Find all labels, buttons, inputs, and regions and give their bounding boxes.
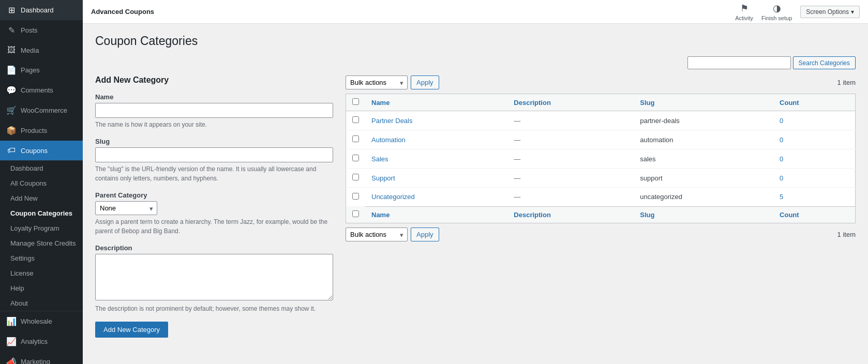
row-count-link-3[interactable]: 0 (780, 174, 783, 182)
footer-description-col[interactable]: Description (507, 206, 634, 223)
header-name-col[interactable]: Name (365, 94, 507, 111)
sidebar-item-label: Comments (21, 86, 53, 94)
select-all-footer-checkbox[interactable] (352, 210, 359, 217)
row-checkbox-cell (346, 111, 366, 130)
apply-bottom-button[interactable]: Apply (411, 228, 439, 241)
sidebar-item-manage-store-credits[interactable]: Manage Store Credits (0, 236, 83, 251)
row-name-link-0[interactable]: Partner Deals (371, 117, 412, 125)
sidebar-item-settings[interactable]: Settings (0, 251, 83, 266)
table-header-row: Name Description Slug Count (346, 94, 856, 111)
row-slug-cell: uncategorized (634, 188, 773, 207)
slug-field-group: Slug The "slug" is the URL-friendly vers… (95, 138, 333, 183)
parent-category-select[interactable]: None (95, 201, 157, 215)
item-count-top: 1 item (837, 79, 856, 86)
main-area: Advanced Coupons ⚑ Activity ◑ Finish set… (83, 0, 868, 364)
row-name-link-3[interactable]: Support (371, 174, 395, 182)
row-slug-value-2: sales (640, 155, 655, 163)
row-count-link-1[interactable]: 0 (780, 136, 783, 144)
header-description-col[interactable]: Description (507, 94, 634, 111)
footer-slug-col[interactable]: Slug (634, 206, 773, 223)
header-count-col[interactable]: Count (773, 94, 855, 111)
row-name-cell: Sales (365, 149, 507, 169)
row-name-link-1[interactable]: Automation (371, 136, 406, 144)
row-description-cell: — (507, 111, 634, 130)
posts-icon: ✎ (6, 25, 17, 35)
row-checkbox-4[interactable] (352, 193, 359, 200)
footer-checkbox-col (346, 206, 366, 223)
row-count-link-4[interactable]: 5 (780, 193, 783, 201)
name-field-group: Name The name is how it appears on your … (95, 93, 333, 129)
sidebar-item-dashboard[interactable]: ⊞ Dashboard (0, 0, 83, 20)
sidebar-item-analytics[interactable]: 📈 Analytics (0, 331, 83, 352)
row-checkbox-2[interactable] (352, 155, 359, 161)
sidebar-item-pages[interactable]: 📄 Pages (0, 60, 83, 80)
row-name-link-4[interactable]: Uncategorized (371, 193, 415, 201)
sidebar-item-products[interactable]: 📦 Products (0, 120, 83, 141)
sidebar-item-wholesale[interactable]: 📊 Wholesale (0, 311, 83, 331)
finish-setup-label: Finish setup (761, 15, 792, 21)
row-name-cell: Partner Deals (365, 111, 507, 130)
sidebar-item-media[interactable]: 🖼 Media (0, 40, 83, 60)
footer-name-col[interactable]: Name (365, 206, 507, 223)
sidebar-bottom-items: 📊 Wholesale 📈 Analytics 📣 Marketing (0, 311, 83, 364)
sidebar-item-all-coupons[interactable]: All Coupons (0, 176, 83, 191)
sidebar-item-woocommerce[interactable]: 🛒 WooCommerce (0, 100, 83, 120)
description-textarea[interactable] (95, 254, 333, 300)
sidebar-item-coupons[interactable]: 🏷 Coupons (0, 141, 83, 160)
search-categories-input[interactable] (687, 56, 791, 69)
bulk-actions-top-select[interactable]: Bulk actions (346, 75, 408, 89)
row-description-cell: — (507, 130, 634, 149)
sidebar-item-about[interactable]: About (0, 296, 83, 311)
sidebar-item-marketing[interactable]: 📣 Marketing (0, 352, 83, 364)
row-count-cell: 0 (773, 169, 855, 188)
sidebar-item-sub-dashboard[interactable]: Dashboard (0, 161, 83, 176)
row-name-cell: Automation (365, 130, 507, 149)
slug-hint: The "slug" is the URL-friendly version o… (95, 164, 333, 183)
name-input[interactable] (95, 103, 333, 118)
sidebar-item-add-new[interactable]: Add New (0, 191, 83, 206)
name-hint: The name is how it appears on your site. (95, 120, 333, 129)
row-count-link-2[interactable]: 0 (780, 155, 783, 163)
select-all-checkbox[interactable] (352, 98, 359, 105)
activity-label: Activity (735, 15, 753, 21)
sidebar-item-posts[interactable]: ✎ Posts (0, 20, 83, 40)
slug-label: Slug (95, 138, 333, 145)
row-name-cell: Uncategorized (365, 188, 507, 207)
woocommerce-icon: 🛒 (6, 105, 17, 115)
sidebar-item-loyalty-program[interactable]: Loyalty Program (0, 221, 83, 236)
add-new-category-button[interactable]: Add New Category (95, 322, 168, 338)
row-checkbox-0[interactable] (352, 116, 359, 123)
sidebar-item-comments[interactable]: 💬 Comments (0, 80, 83, 100)
search-categories-button[interactable]: Search Categories (793, 56, 856, 69)
sidebar-item-coupon-categories[interactable]: Coupon Categories (0, 206, 83, 221)
bulk-actions-bottom-select[interactable]: Bulk actions (346, 228, 408, 241)
coupons-icon: 🏷 (6, 146, 17, 155)
slug-input[interactable] (95, 147, 333, 162)
add-category-panel: Add New Category Name The name is how it… (95, 75, 333, 338)
sidebar-item-help[interactable]: Help (0, 281, 83, 296)
row-checkbox-3[interactable] (352, 174, 359, 180)
row-count-cell: 0 (773, 130, 855, 149)
main-layout: Add New Category Name The name is how it… (95, 75, 856, 338)
add-category-title: Add New Category (95, 75, 333, 85)
row-name-link-2[interactable]: Sales (371, 155, 388, 163)
wholesale-icon: 📊 (6, 316, 17, 326)
sidebar-item-license[interactable]: License (0, 266, 83, 281)
row-slug-cell: sales (634, 149, 773, 169)
finish-setup-button[interactable]: ◑ Finish setup (761, 3, 792, 21)
table-panel: Bulk actions ▾ Apply 1 item Nam (346, 75, 856, 246)
footer-count-col[interactable]: Count (773, 206, 855, 223)
row-count-link-0[interactable]: 0 (780, 117, 783, 125)
header-slug-col[interactable]: Slug (634, 94, 773, 111)
screen-options-chevron-icon: ▾ (851, 8, 854, 16)
item-count-bottom: 1 item (837, 231, 856, 238)
screen-options-button[interactable]: Screen Options ▾ (800, 6, 860, 18)
row-slug-value-1: automation (640, 136, 673, 144)
apply-top-button[interactable]: Apply (411, 75, 439, 89)
parent-category-label: Parent Category (95, 191, 333, 199)
activity-button[interactable]: ⚑ Activity (735, 3, 753, 21)
row-checkbox-1[interactable] (352, 135, 359, 142)
sidebar-item-label: Analytics (21, 338, 48, 345)
row-checkbox-cell (346, 169, 366, 188)
page-title: Coupon Categories (95, 34, 856, 48)
